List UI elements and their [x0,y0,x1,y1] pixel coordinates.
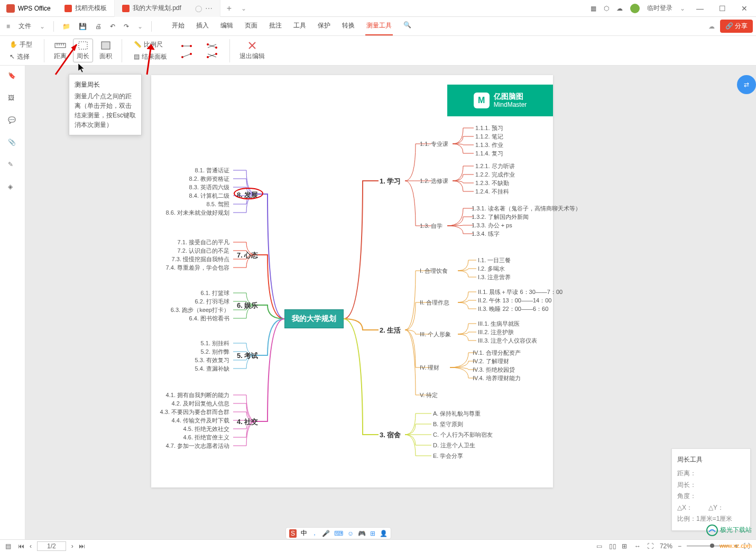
area-tool[interactable]: 面积 [96,39,115,62]
ime-punct-icon[interactable]: ， [311,529,318,538]
leaf: B. 坚守原则 [433,420,463,428]
panel-title: 周长工具 [677,454,745,466]
branch-3: 3. 宿舍 [380,430,401,440]
leaf: 1.2.3. 不缺勤 [475,179,509,187]
angle-row: 角度： [677,491,745,502]
game-icon[interactable]: 🎮 [358,530,366,537]
chevron-down-icon[interactable]: ⌄ [36,21,48,32]
view-mode-3-icon[interactable]: ⊞ [622,542,629,550]
tab-annotate[interactable]: 批注 [268,17,283,35]
tab-insert[interactable]: 插入 [195,17,210,35]
close-button[interactable]: ✕ [737,4,752,13]
tab-document[interactable]: 我的大学规划.pdf ◯ ⋯ [115,0,220,17]
tab-dropdown-icon[interactable]: ⌄ [241,5,246,12]
fit-width-icon[interactable]: ↔ [634,542,642,550]
tab-page[interactable]: 页面 [244,17,259,35]
cube-icon[interactable]: ⬡ [604,5,609,12]
leaf: 1.3. 自学 [420,222,442,230]
svg-point-19 [207,56,209,58]
ime-lang[interactable]: 中 [301,529,307,538]
cross-icon [206,52,218,59]
new-tab-button[interactable]: + [220,4,238,13]
keyboard-icon[interactable]: ⌨ [334,530,343,537]
line-style-3[interactable] [203,42,221,50]
grid-icon[interactable]: ▦ [591,5,596,12]
share-button[interactable]: 🔗 分享 [720,20,753,33]
print-icon[interactable]: 🖨 [92,21,105,32]
leaf: IV.4. 培养理财能力 [473,374,521,382]
line-style-1[interactable] [178,42,196,50]
open-icon[interactable]: 📁 [59,21,73,32]
chevron-down-icon[interactable]: ⌄ [134,21,146,32]
leaf: 6.1. 打篮球 [201,289,229,297]
svg-rect-6 [102,42,110,49]
leaf: 7.4. 尊重差异，学会包容 [166,264,229,272]
leaf: IV.3. 拒绝校园贷 [473,366,515,374]
login-label[interactable]: 临时登录 [647,4,672,13]
tab-measure[interactable]: 测量工具 [365,17,393,35]
leaf: IV.2. 了解理财 [473,357,509,365]
undo-icon[interactable]: ↶ [107,21,118,32]
close-icon[interactable]: ⋯ [205,4,213,13]
fit-page-icon[interactable]: ⛶ [647,542,654,550]
person-icon[interactable]: 👤 [380,530,388,537]
image-icon[interactable]: 🖼 [8,94,17,104]
page-indicator[interactable]: 1/2 [37,541,66,551]
view-mode-1-icon[interactable]: ▭ [596,542,604,550]
layers-icon[interactable]: ◈ [8,183,17,192]
line-style-2[interactable] [178,51,196,60]
first-page-icon[interactable]: ⏮ [18,542,24,550]
leaf: 6.4. 图书馆看书 [189,315,229,323]
sidebar-toggle-icon[interactable]: ▤ [5,542,13,550]
chevron-down-icon[interactable]: ⌄ [680,5,685,12]
floating-action-button[interactable]: ⇄ [737,75,756,94]
tab-tools[interactable]: 工具 [292,17,307,35]
save-icon[interactable]: 💾 [76,21,90,32]
hand-tool[interactable]: ✋手型 [6,39,35,50]
tab-protect[interactable]: 保护 [317,17,331,35]
minimize-button[interactable]: — [693,4,707,13]
ime-toolbar[interactable]: S 中 ， 🎤 ⌨ ☺ 🎮 ⊞ 👤 [285,527,391,539]
emoji-icon[interactable]: ☺ [347,530,354,537]
attachment-icon[interactable]: 📎 [8,139,17,148]
redo-icon[interactable]: ↷ [121,21,132,32]
cloud-sync-icon[interactable]: ☁ [708,23,715,30]
view-mode-2-icon[interactable]: ▯▯ [609,542,616,550]
tab-templates[interactable]: 找稻壳模板 [57,0,115,17]
tab-convert[interactable]: 转换 [341,17,356,35]
tab-label: 找稻壳模板 [75,4,107,13]
edit-icon[interactable]: ✎ [8,161,17,170]
leaf: III.3. 注意个人仪容仪表 [478,337,537,345]
zoom-value: 72% [660,542,672,550]
status-bar: ▤ ⏮ ‹ 1/2 › ⏭ ▭ ▯▯ ⊞ ↔ ⛶ 72% − + ⛶ [0,539,756,552]
cloud-icon[interactable]: ☁ [616,5,623,12]
document-area[interactable]: M 亿图脑图 MindMaster [25,66,756,539]
bookmark-icon[interactable]: 🔖 [8,72,17,81]
file-menu[interactable]: 文件 [15,20,34,33]
exit-edit-button[interactable]: 退出编辑 [236,39,268,62]
search-icon[interactable]: 🔍 [402,17,412,35]
last-page-icon[interactable]: ⏭ [79,542,85,550]
maximize-button[interactable]: ☐ [715,4,730,13]
branch-4: 4. 社交 [237,417,258,427]
select-tool[interactable]: ↖选择 [6,51,35,62]
watermark-jg: 极光下载站 [706,525,752,536]
line-style-4[interactable] [203,51,221,60]
leaf: 8.4. 计算机二级 [189,192,229,200]
prev-page-icon[interactable]: ‹ [30,542,32,550]
branch-5: 5. 考试 [237,351,258,361]
mindmap-center: 我的大学规划 [284,309,344,328]
comment-icon[interactable]: 💬 [8,116,17,126]
leaf: I.2. 多喝水 [478,265,505,273]
next-page-icon[interactable]: › [71,542,73,550]
tab-edit[interactable]: 编辑 [219,17,234,35]
avatar[interactable] [630,4,640,13]
tooltip-body: 测量几个点之间的距离（单击开始，双击结束测量，按Esc键取消本次测量） [75,91,136,130]
leaf: 4.3. 不要因为要合群而合群 [160,408,229,416]
zoom-out-icon[interactable]: − [678,542,681,550]
menu-icon[interactable]: ≡ [3,21,13,32]
mic-icon[interactable]: 🎤 [322,530,330,537]
dx-label: △X： [677,502,693,514]
tab-start[interactable]: 开始 [171,17,186,35]
grid-icon[interactable]: ⊞ [370,530,375,537]
